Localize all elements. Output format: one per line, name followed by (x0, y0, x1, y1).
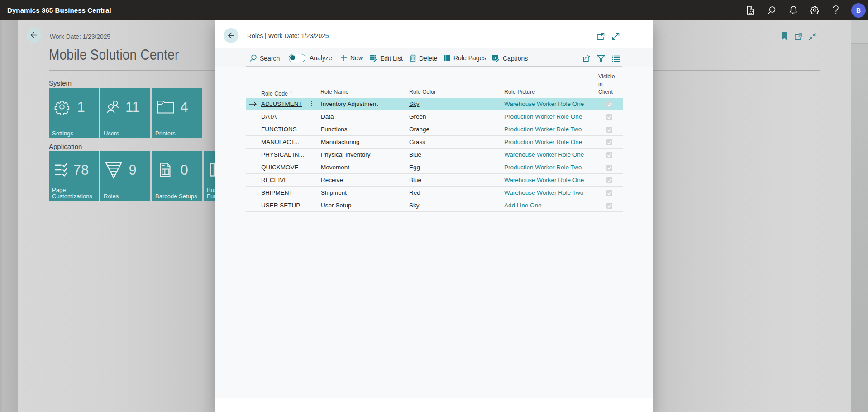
svg-text:a: a (493, 55, 496, 60)
